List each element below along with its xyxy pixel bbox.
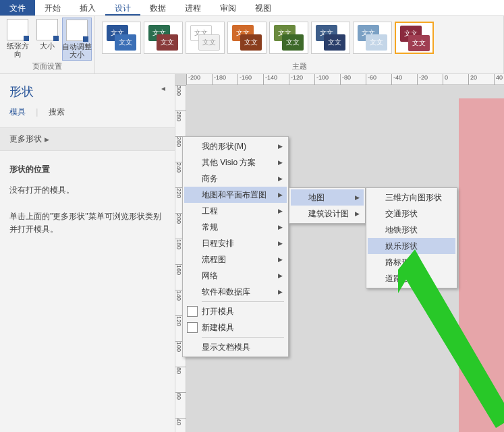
menu-item[interactable]: 网络▶: [184, 268, 287, 284]
group-page-setup: 纸张方向 大小 自动调整 大小 页面设置: [0, 16, 95, 73]
chevron-right-icon: ▶: [278, 288, 283, 295]
maps-submenu: 地图▶建筑设计图▶: [289, 187, 366, 224]
menu-item[interactable]: 娱乐形状: [368, 238, 455, 254]
menu-item[interactable]: 显示文档模具: [184, 339, 287, 355]
autosize-button[interactable]: 自动调整 大小: [62, 18, 92, 61]
ribbon: 纸张方向 大小 自动调整 大小 页面设置 文文文文文文文文文文文文文文文文文文文…: [0, 16, 504, 74]
chevron-right-icon: ▶: [278, 208, 283, 214]
menu-item[interactable]: 地图▶: [291, 189, 364, 206]
ruler-horizontal: -200-180-160-140-120-100-80-60-40-200204…: [186, 74, 504, 85]
tab-process[interactable]: 进程: [175, 0, 211, 16]
stencils-tab[interactable]: 模具: [9, 107, 26, 117]
tab-start[interactable]: 开始: [35, 0, 70, 16]
orientation-icon: [7, 19, 28, 40]
menu-item[interactable]: 流程图▶: [184, 251, 287, 268]
shapes-position-heading: 形状的位置: [9, 163, 165, 176]
more-shapes-menu: 我的形状(M)▶其他 Visio 方案▶商务▶地图和平面布置图▶工程▶常规▶日程…: [182, 136, 289, 357]
menu-item[interactable]: 常规▶: [184, 219, 287, 235]
page-background: [459, 98, 504, 432]
map-shapes-submenu: 三维方向图形状交通形状地铁形状娱乐形状路标形状道路形状: [366, 187, 457, 288]
chevron-right-icon: ▶: [278, 175, 283, 182]
chevron-right-icon: ▶: [278, 143, 283, 150]
panel-title: 形状: [9, 84, 165, 100]
new-icon: [187, 322, 198, 333]
chevron-right-icon: ▶: [278, 272, 283, 279]
menu-item[interactable]: 交通形状: [368, 206, 455, 222]
chevron-right-icon: ▶: [355, 210, 360, 217]
theme-swatch[interactable]: 文文文文: [186, 22, 225, 54]
theme-swatch[interactable]: 文文文文: [269, 22, 308, 54]
size-icon: [36, 19, 58, 40]
menu-item[interactable]: 道路形状: [368, 270, 455, 286]
orientation-button[interactable]: 纸张方向: [3, 18, 32, 59]
menu-item[interactable]: 地图和平面布置图▶: [184, 187, 287, 203]
chevron-right-icon: ▶: [355, 194, 360, 201]
chevron-right-icon: ▶: [278, 191, 283, 198]
no-stencil-text: 没有打开的模具。: [9, 184, 165, 197]
theme-swatch[interactable]: 文文文文: [311, 22, 350, 54]
group-label-theme: 主题: [98, 61, 501, 72]
menu-item[interactable]: 地铁形状: [368, 222, 455, 238]
open-icon: [187, 306, 198, 317]
chevron-right-icon: ▶: [278, 256, 283, 263]
tab-file[interactable]: 文件: [0, 0, 35, 16]
theme-swatch[interactable]: 文文文文: [395, 22, 434, 54]
theme-swatch[interactable]: 文文文文: [353, 22, 392, 54]
size-button[interactable]: 大小: [32, 18, 62, 51]
panel-collapse-icon[interactable]: ◂: [161, 84, 165, 93]
menu-item[interactable]: 新建模具: [184, 319, 287, 336]
theme-swatch[interactable]: 文文文文: [102, 22, 141, 54]
tab-review[interactable]: 审阅: [211, 0, 246, 16]
menu-item[interactable]: 建筑设计图▶: [291, 206, 364, 222]
menu-item[interactable]: 其他 Visio 方案▶: [184, 154, 287, 171]
menu-item[interactable]: 商务▶: [184, 171, 287, 187]
chevron-right-icon: ▶: [278, 224, 283, 230]
tab-insert[interactable]: 插入: [70, 0, 105, 16]
theme-swatch[interactable]: 文文文文: [144, 22, 183, 54]
menu-item[interactable]: 路标形状: [368, 254, 455, 270]
tab-design[interactable]: 设计: [105, 0, 140, 16]
menu-item[interactable]: 日程安排▶: [184, 235, 287, 251]
menu-item[interactable]: 三维方向图形状: [368, 189, 455, 206]
chevron-right-icon: ▶: [278, 240, 283, 247]
stencil-hint-text: 单击上面的"更多形状"菜单可浏览形状类别并打开模具。: [9, 210, 165, 236]
chevron-right-icon: ▶: [278, 159, 283, 166]
menu-item[interactable]: 我的形状(M)▶: [184, 138, 287, 154]
tab-data[interactable]: 数据: [140, 0, 175, 16]
more-shapes-button[interactable]: 更多形状▶: [0, 127, 175, 151]
menu-item[interactable]: 软件和数据库▶: [184, 284, 287, 300]
group-label-page: 页面设置: [3, 61, 92, 72]
chevron-right-icon: ▶: [45, 136, 49, 143]
theme-swatch[interactable]: 文文文文: [227, 22, 267, 54]
search-tab[interactable]: 搜索: [49, 107, 65, 117]
ribbon-tabs: 文件 开始 插入 设计 数据 进程 审阅 视图: [0, 0, 504, 16]
group-themes: 文文文文文文文文文文文文文文文文文文文文文文文文文文文文文文文文 主题: [95, 16, 504, 73]
menu-item[interactable]: 工程▶: [184, 203, 287, 219]
menu-item[interactable]: 打开模具: [184, 303, 287, 319]
tab-view[interactable]: 视图: [246, 0, 281, 16]
shapes-panel: ◂ 形状 模具 | 搜索 更多形状▶ 形状的位置 没有打开的模具。 单击上面的"…: [0, 74, 175, 432]
autosize-icon: [66, 20, 88, 41]
